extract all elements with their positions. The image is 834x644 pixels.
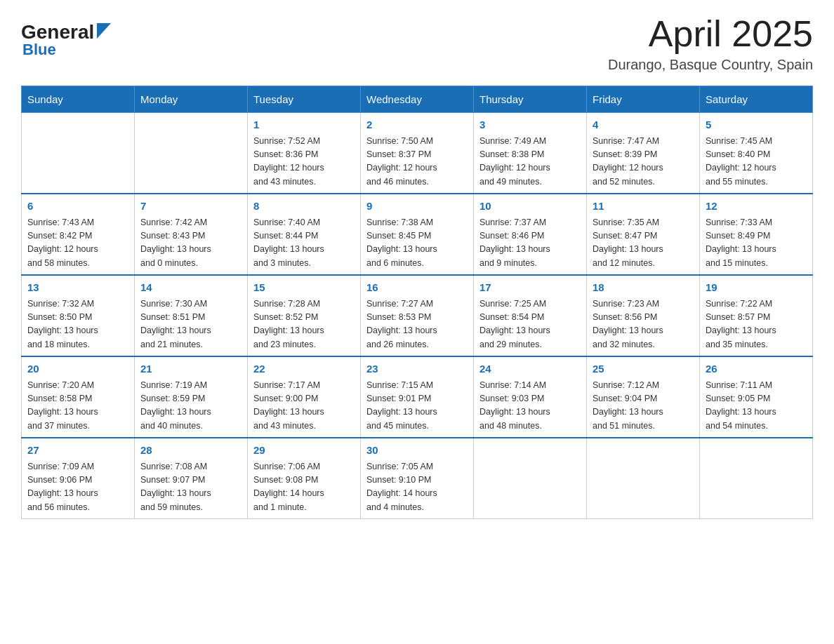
col-monday: Monday (135, 86, 248, 113)
day-number: 6 (27, 199, 128, 215)
location: Durango, Basque Country, Spain (608, 57, 813, 73)
day-info: Sunrise: 7:33 AM Sunset: 8:49 PM Dayligh… (706, 216, 807, 271)
day-number: 5 (706, 117, 807, 133)
table-row: 13Sunrise: 7:32 AM Sunset: 8:50 PM Dayli… (22, 275, 135, 356)
day-number: 15 (253, 280, 355, 296)
day-number: 12 (706, 199, 807, 215)
calendar-week-row: 1Sunrise: 7:52 AM Sunset: 8:36 PM Daylig… (22, 113, 813, 194)
day-info: Sunrise: 7:30 AM Sunset: 8:51 PM Dayligh… (140, 297, 241, 352)
table-row: 22Sunrise: 7:17 AM Sunset: 9:00 PM Dayli… (248, 356, 361, 438)
day-number: 3 (479, 117, 581, 133)
calendar-week-row: 6Sunrise: 7:43 AM Sunset: 8:42 PM Daylig… (22, 194, 813, 275)
col-thursday: Thursday (474, 86, 587, 113)
day-info: Sunrise: 7:28 AM Sunset: 8:52 PM Dayligh… (253, 297, 355, 352)
table-row: 17Sunrise: 7:25 AM Sunset: 8:54 PM Dayli… (474, 275, 587, 356)
logo-blue: Blue (22, 41, 56, 59)
table-row: 24Sunrise: 7:14 AM Sunset: 9:03 PM Dayli… (474, 356, 587, 438)
day-info: Sunrise: 7:40 AM Sunset: 8:44 PM Dayligh… (253, 216, 355, 271)
table-row: 23Sunrise: 7:15 AM Sunset: 9:01 PM Dayli… (361, 356, 474, 438)
table-row: 19Sunrise: 7:22 AM Sunset: 8:57 PM Dayli… (700, 275, 813, 356)
day-number: 27 (27, 443, 128, 459)
day-info: Sunrise: 7:23 AM Sunset: 8:56 PM Dayligh… (593, 297, 694, 352)
table-row: 14Sunrise: 7:30 AM Sunset: 8:51 PM Dayli… (135, 275, 248, 356)
day-number: 7 (140, 199, 241, 215)
calendar-week-row: 13Sunrise: 7:32 AM Sunset: 8:50 PM Dayli… (22, 275, 813, 356)
day-number: 29 (253, 443, 355, 459)
table-row: 21Sunrise: 7:19 AM Sunset: 8:59 PM Dayli… (135, 356, 248, 438)
day-number: 20 (27, 361, 128, 377)
day-info: Sunrise: 7:42 AM Sunset: 8:43 PM Dayligh… (140, 216, 241, 271)
table-row: 30Sunrise: 7:05 AM Sunset: 9:10 PM Dayli… (361, 438, 474, 519)
day-info: Sunrise: 7:22 AM Sunset: 8:57 PM Dayligh… (706, 297, 807, 352)
col-tuesday: Tuesday (248, 86, 361, 113)
page-header: General Blue April 2025 Durango, Basque … (21, 14, 813, 73)
day-number: 22 (253, 361, 355, 377)
table-row: 27Sunrise: 7:09 AM Sunset: 9:06 PM Dayli… (22, 438, 135, 519)
day-info: Sunrise: 7:27 AM Sunset: 8:53 PM Dayligh… (366, 297, 468, 352)
day-number: 14 (140, 280, 241, 296)
calendar-week-row: 20Sunrise: 7:20 AM Sunset: 8:58 PM Dayli… (22, 356, 813, 438)
logo: General Blue (21, 21, 111, 59)
table-row: 6Sunrise: 7:43 AM Sunset: 8:42 PM Daylig… (22, 194, 135, 275)
svg-marker-0 (97, 23, 111, 39)
col-saturday: Saturday (700, 86, 813, 113)
day-info: Sunrise: 7:17 AM Sunset: 9:00 PM Dayligh… (253, 379, 355, 434)
day-info: Sunrise: 7:35 AM Sunset: 8:47 PM Dayligh… (593, 216, 694, 271)
day-number: 18 (593, 280, 694, 296)
calendar-table: Sunday Monday Tuesday Wednesday Thursday… (21, 86, 813, 519)
table-row: 3Sunrise: 7:49 AM Sunset: 8:38 PM Daylig… (474, 113, 587, 194)
calendar-header-row: Sunday Monday Tuesday Wednesday Thursday… (22, 86, 813, 113)
table-row: 9Sunrise: 7:38 AM Sunset: 8:45 PM Daylig… (361, 194, 474, 275)
day-number: 16 (366, 280, 468, 296)
table-row: 7Sunrise: 7:42 AM Sunset: 8:43 PM Daylig… (135, 194, 248, 275)
table-row: 1Sunrise: 7:52 AM Sunset: 8:36 PM Daylig… (248, 113, 361, 194)
day-info: Sunrise: 7:37 AM Sunset: 8:46 PM Dayligh… (479, 216, 581, 271)
day-info: Sunrise: 7:06 AM Sunset: 9:08 PM Dayligh… (253, 460, 355, 515)
table-row: 15Sunrise: 7:28 AM Sunset: 8:52 PM Dayli… (248, 275, 361, 356)
day-number: 2 (366, 117, 468, 133)
table-row: 4Sunrise: 7:47 AM Sunset: 8:39 PM Daylig… (587, 113, 700, 194)
col-friday: Friday (587, 86, 700, 113)
day-number: 30 (366, 443, 468, 459)
day-info: Sunrise: 7:08 AM Sunset: 9:07 PM Dayligh… (140, 460, 241, 515)
table-row: 16Sunrise: 7:27 AM Sunset: 8:53 PM Dayli… (361, 275, 474, 356)
title-section: April 2025 Durango, Basque Country, Spai… (608, 14, 813, 73)
day-info: Sunrise: 7:52 AM Sunset: 8:36 PM Dayligh… (253, 135, 355, 189)
table-row (135, 113, 248, 194)
day-info: Sunrise: 7:38 AM Sunset: 8:45 PM Dayligh… (366, 216, 468, 271)
table-row (22, 113, 135, 194)
table-row: 11Sunrise: 7:35 AM Sunset: 8:47 PM Dayli… (587, 194, 700, 275)
day-number: 21 (140, 361, 241, 377)
day-info: Sunrise: 7:19 AM Sunset: 8:59 PM Dayligh… (140, 379, 241, 434)
day-info: Sunrise: 7:43 AM Sunset: 8:42 PM Dayligh… (27, 216, 128, 271)
table-row: 20Sunrise: 7:20 AM Sunset: 8:58 PM Dayli… (22, 356, 135, 438)
table-row (474, 438, 587, 519)
day-number: 25 (593, 361, 694, 377)
day-info: Sunrise: 7:25 AM Sunset: 8:54 PM Dayligh… (479, 297, 581, 352)
calendar-week-row: 27Sunrise: 7:09 AM Sunset: 9:06 PM Dayli… (22, 438, 813, 519)
table-row (587, 438, 700, 519)
day-number: 9 (366, 199, 468, 215)
day-number: 4 (593, 117, 694, 133)
day-info: Sunrise: 7:05 AM Sunset: 9:10 PM Dayligh… (366, 460, 468, 515)
day-info: Sunrise: 7:47 AM Sunset: 8:39 PM Dayligh… (593, 135, 694, 189)
table-row: 2Sunrise: 7:50 AM Sunset: 8:37 PM Daylig… (361, 113, 474, 194)
day-number: 23 (366, 361, 468, 377)
day-number: 1 (253, 117, 355, 133)
day-number: 10 (479, 199, 581, 215)
day-info: Sunrise: 7:45 AM Sunset: 8:40 PM Dayligh… (706, 135, 807, 189)
day-number: 11 (593, 199, 694, 215)
day-info: Sunrise: 7:11 AM Sunset: 9:05 PM Dayligh… (706, 379, 807, 434)
day-info: Sunrise: 7:32 AM Sunset: 8:50 PM Dayligh… (27, 297, 128, 352)
day-number: 28 (140, 443, 241, 459)
table-row: 25Sunrise: 7:12 AM Sunset: 9:04 PM Dayli… (587, 356, 700, 438)
day-info: Sunrise: 7:09 AM Sunset: 9:06 PM Dayligh… (27, 460, 128, 515)
table-row: 12Sunrise: 7:33 AM Sunset: 8:49 PM Dayli… (700, 194, 813, 275)
table-row: 18Sunrise: 7:23 AM Sunset: 8:56 PM Dayli… (587, 275, 700, 356)
day-info: Sunrise: 7:14 AM Sunset: 9:03 PM Dayligh… (479, 379, 581, 434)
day-number: 19 (706, 280, 807, 296)
day-number: 13 (27, 280, 128, 296)
day-number: 17 (479, 280, 581, 296)
col-wednesday: Wednesday (361, 86, 474, 113)
table-row: 8Sunrise: 7:40 AM Sunset: 8:44 PM Daylig… (248, 194, 361, 275)
